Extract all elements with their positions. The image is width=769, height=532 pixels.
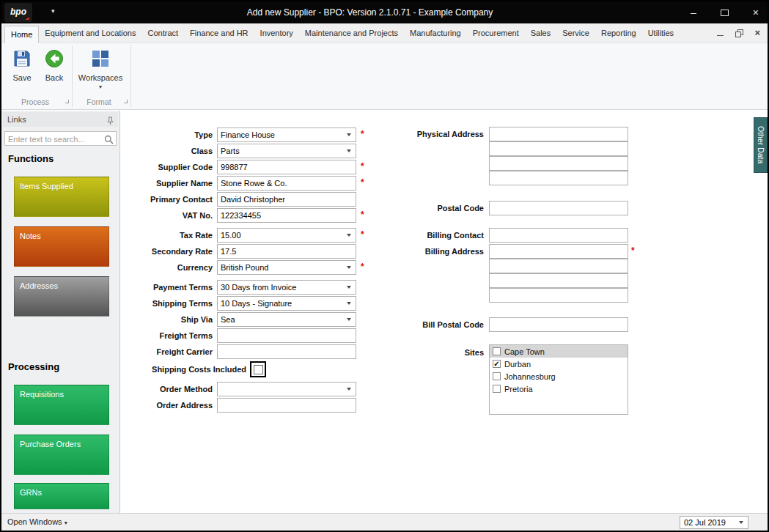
site-row-durban[interactable]: ✓Durban <box>490 358 628 370</box>
billing-address-line-1-input[interactable] <box>489 244 628 259</box>
app-window: bpo ▾ Add new Supplier - BPO: Version 2.… <box>0 0 769 532</box>
field-label-supplier-code: Supplier Code <box>125 163 213 171</box>
billing-address-line-3-input[interactable] <box>489 273 628 288</box>
field-value: Sea <box>218 315 344 324</box>
supplier-name-input[interactable]: Stone Rowe & Co. <box>217 176 356 191</box>
field-value: 30 Days from Invoice <box>218 283 344 292</box>
other-data-tab-label: Other Data <box>757 126 765 163</box>
field-label-tax-rate: Tax Rate <box>125 231 213 240</box>
class-combo[interactable]: Parts <box>217 144 356 158</box>
chevron-down-icon[interactable] <box>347 149 351 152</box>
field-label-freight-terms: Freight Terms <box>125 331 213 340</box>
site-label: Johannesburg <box>504 372 556 381</box>
vat-no-input[interactable]: 122334455 <box>217 208 356 223</box>
field-value: David Christopher <box>218 195 356 204</box>
field-label-billing-address: Billing Address <box>368 247 484 256</box>
type-combo[interactable]: Finance House <box>217 128 356 142</box>
required-asterisk: * <box>361 262 364 272</box>
physical-address-line-3-input[interactable] <box>489 156 628 171</box>
tab-other-data[interactable]: Other Data <box>754 117 768 173</box>
order-address-input[interactable] <box>217 398 356 413</box>
postal-code-line-1-input[interactable] <box>489 201 628 215</box>
field-label-billing-contact: Billing Contact <box>368 231 484 240</box>
supplier-code-input[interactable]: 998877 <box>217 160 356 174</box>
unchecked-checkbox-icon[interactable] <box>493 385 501 393</box>
chevron-down-icon[interactable] <box>347 266 351 269</box>
field-label-bill-postal-code: Bill Postal Code <box>368 320 484 329</box>
field-label-type: Type <box>125 130 213 139</box>
field-value: 122334455 <box>218 211 356 220</box>
site-label: Cape Town <box>504 347 545 356</box>
unchecked-checkbox-icon[interactable] <box>493 372 501 380</box>
site-row-cape-town[interactable]: Cape Town <box>490 345 628 358</box>
field-value: British Pound <box>218 263 344 272</box>
billing-contact-line-1-input[interactable] <box>489 228 628 243</box>
field-label-shipping-costs-included: Shipping Costs Included <box>125 365 246 374</box>
field-label-shipping-terms: Shipping Terms <box>125 299 213 308</box>
payment-terms-combo[interactable]: 30 Days from Invoice <box>217 280 356 295</box>
field-value: Finance House <box>218 130 344 139</box>
tax-rate-combo[interactable]: 15.00 <box>217 228 356 243</box>
unchecked-checkbox-icon[interactable] <box>493 347 501 355</box>
chevron-down-icon[interactable] <box>347 234 351 237</box>
ship-via-combo[interactable]: Sea <box>217 312 356 327</box>
field-label-physical-address: Physical Address <box>368 130 484 138</box>
site-row-pretoria[interactable]: Pretoria <box>490 383 628 395</box>
checked-checkbox-icon[interactable]: ✓ <box>493 360 501 368</box>
freight-terms-input[interactable] <box>217 328 356 343</box>
chevron-down-icon[interactable] <box>739 521 743 524</box>
primary-contact-input[interactable]: David Christopher <box>217 192 356 207</box>
open-windows-label: Open Windows <box>7 517 62 526</box>
field-label-vat-no: VAT No. <box>125 211 213 220</box>
field-label-primary-contact: Primary Contact <box>125 195 213 204</box>
field-label-postal-code: Postal Code <box>368 204 484 213</box>
field-label-order-address: Order Address <box>125 401 213 410</box>
field-label-ship-via: Ship Via <box>125 315 213 324</box>
required-asterisk: * <box>361 229 364 240</box>
currency-combo[interactable]: British Pound <box>217 260 356 275</box>
chevron-down-icon[interactable] <box>347 318 351 321</box>
chevron-down-icon[interactable] <box>347 133 351 136</box>
shipping-terms-combo[interactable]: 10 Days - Signature <box>217 296 356 311</box>
field-label-currency: Currency <box>125 263 213 272</box>
site-label: Pretoria <box>504 385 533 394</box>
field-label-payment-terms: Payment Terms <box>125 283 213 292</box>
freight-carrier-input[interactable] <box>217 344 356 359</box>
field-label-freight-carrier: Freight Carrier <box>125 347 213 356</box>
required-asterisk: * <box>361 210 364 220</box>
unchecked-checkbox-icon[interactable] <box>254 365 263 374</box>
status-bar: Open Windows ▾ 02 Jul 2019 <box>1 513 768 531</box>
physical-address-line-2-input[interactable] <box>489 141 628 156</box>
field-value: Parts <box>218 147 344 155</box>
field-label-supplier-name: Supplier Name <box>125 179 213 188</box>
chevron-down-icon[interactable] <box>347 388 351 391</box>
field-value: 998877 <box>218 163 356 171</box>
field-value: 15.00 <box>218 231 344 240</box>
open-windows-menu[interactable]: Open Windows ▾ <box>7 517 67 526</box>
site-row-johannesburg[interactable]: Johannesburg <box>490 370 628 383</box>
field-value: 10 Days - Signature <box>218 299 344 308</box>
field-label-secondary-rate: Secondary Rate <box>125 247 213 256</box>
field-value: 17.5 <box>218 247 356 256</box>
date-picker[interactable]: 02 Jul 2019 <box>680 516 748 529</box>
physical-address-line-1-input[interactable] <box>489 127 628 141</box>
billing-address-line-4-input[interactable] <box>489 288 628 303</box>
secondary-rate-input[interactable]: 17.5 <box>217 244 356 259</box>
shipping-costs-included-checkbox[interactable] <box>250 361 266 377</box>
billing-address-line-2-input[interactable] <box>489 259 628 273</box>
required-asterisk: * <box>631 245 635 256</box>
field-label-class: Class <box>125 147 213 155</box>
required-asterisk: * <box>361 161 364 171</box>
sites-listbox[interactable]: Cape Town✓DurbanJohannesburgPretoria <box>489 344 628 415</box>
chevron-down-icon[interactable] <box>347 302 351 305</box>
chevron-down-icon: ▾ <box>65 520 67 526</box>
required-asterisk: * <box>361 177 364 188</box>
field-label-sites: Sites <box>368 348 484 357</box>
chevron-down-icon[interactable] <box>347 286 351 289</box>
date-value: 02 Jul 2019 <box>680 518 736 527</box>
bill-postal-code-line-1-input[interactable] <box>489 317 628 332</box>
order-method-combo[interactable] <box>217 382 356 396</box>
required-asterisk: * <box>361 129 364 139</box>
site-label: Durban <box>504 360 531 369</box>
physical-address-line-4-input[interactable] <box>489 171 628 185</box>
